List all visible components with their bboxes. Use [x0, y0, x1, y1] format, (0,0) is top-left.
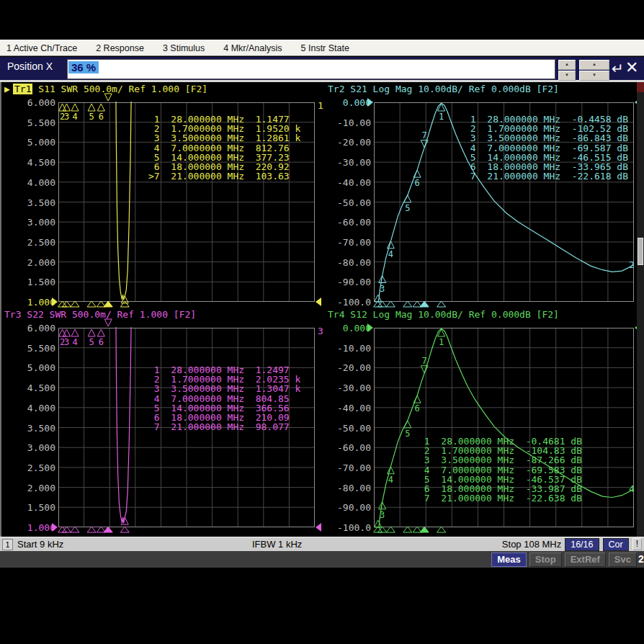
marker-triangle-icon: [97, 104, 104, 111]
marker-stimulus-indicator-icon: [437, 301, 446, 307]
y-axis-tick-label: -90.00: [321, 277, 371, 287]
marker-triangle-icon: [63, 104, 71, 111]
marker-triangle-icon: [71, 104, 79, 111]
y-axis-tick-label: 2.500: [5, 462, 55, 473]
marker-stimulus-indicator-icon: [87, 301, 96, 307]
trace4-title[interactable]: Tr4 S12 Log Mag 10.00dB/ Ref 0.000dB [F2…: [328, 309, 559, 320]
marker-triangle-icon: [413, 395, 421, 403]
y-axis-tick-label: 6.000: [5, 323, 55, 334]
step-down-small-button[interactable]: ▼: [558, 71, 576, 81]
step-up-small-button[interactable]: ▲: [558, 60, 576, 70]
y-axis-tick-label: 2.000: [5, 257, 55, 268]
y-axis-tick-label: 1.000: [5, 522, 55, 533]
marker-stimulus-indicator-icon: [97, 301, 105, 307]
marker-stimulus-indicator-icon: [120, 527, 129, 532]
step-up-large-button[interactable]: ▲: [579, 60, 609, 70]
marker-number-label: 4: [72, 112, 77, 122]
y-axis-tick-label: 0.000: [321, 323, 371, 334]
marker-table-tr1: 1 28.000000 MHz 1.1477 2 1.7000000 MHz 1…: [148, 115, 300, 181]
y-axis-tick-label: -10.00: [321, 343, 371, 354]
marker-table-tr4: 1 28.000000 MHz -0.4681 dB 2 1.7000000 M…: [419, 437, 582, 503]
system-bar: Meas Stop ExtRef Svc 2: [0, 551, 644, 568]
marker-stimulus-indicator-icon: [374, 301, 383, 307]
menu-mkr-analysis[interactable]: 4 Mkr/Analysis: [223, 43, 282, 53]
marker-triangle-icon: [121, 517, 128, 524]
y-axis-tick-label: -80.00: [321, 257, 371, 268]
marker-triangle-icon: [88, 329, 95, 336]
marker-triangle-icon: [421, 140, 428, 148]
marker-readout-row: 7 21.000000 MHz -22.618 dB: [465, 171, 628, 181]
marker-readout-row: 3 3.5000000 MHz -86.843 dB: [465, 133, 628, 143]
menu-response[interactable]: 2 Response: [96, 43, 144, 53]
marker-number-label: 6: [99, 337, 104, 347]
position-x-input[interactable]: 36 %: [67, 59, 555, 79]
marker-triangle-icon: [379, 276, 386, 283]
marker-stimulus-indicator-icon: [386, 301, 395, 307]
y-axis-tick-label: 2.000: [5, 483, 55, 493]
marker-stimulus-indicator-icon: [71, 527, 79, 532]
marker-stimulus-indicator-icon: [104, 301, 112, 307]
alert-indicator[interactable]: !: [632, 538, 642, 550]
y-axis-tick-label: 5.000: [5, 362, 55, 373]
y-axis-tick-label: 5.500: [5, 117, 55, 128]
marker-number-label: 3: [64, 337, 69, 347]
trace3-title[interactable]: Tr3 S22 SWR 500.0m/ Ref 1.000 [F2]: [4, 309, 196, 320]
start-frequency: Start 9 kHz: [17, 539, 63, 550]
marker-number-label: 1: [439, 112, 444, 122]
meas-indicator: Meas: [491, 553, 527, 567]
trace-end-number: 2: [629, 259, 635, 270]
y-axis-tick-label: -30.00: [321, 157, 371, 168]
marker-number-label: 6: [415, 178, 420, 188]
marker-triangle-icon: [59, 329, 66, 336]
y-axis-tick-label: 4.000: [5, 403, 55, 413]
menu-stimulus[interactable]: 3 Stimulus: [163, 43, 205, 53]
marker-triangle-icon: [413, 170, 421, 177]
marker-number-label: 2: [60, 337, 65, 347]
y-axis-tick-label: 1.500: [5, 502, 55, 513]
y-axis-tick-label: 3.000: [5, 442, 55, 453]
y-axis-tick-label: -30.00: [321, 383, 371, 393]
trace3-name: Tr3: [4, 309, 21, 320]
y-axis-tick-label: 1.000: [5, 297, 55, 308]
marker-stimulus-indicator-icon: [63, 301, 71, 307]
y-axis-tick-label: -100.0: [321, 522, 371, 533]
marker-triangle-icon: [421, 366, 428, 373]
marker-triangle-icon: [404, 195, 411, 202]
marker-number-label: 4: [72, 337, 77, 347]
y-axis-tick-label: 3.500: [5, 197, 55, 208]
marker-stimulus-indicator-icon: [120, 301, 129, 307]
marker-stimulus-indicator-icon: [97, 527, 105, 532]
marker-number-label: 4: [388, 475, 393, 485]
marker-table-tr2: 1 28.000000 MHz -0.4458 dB 2 1.7000000 M…: [465, 115, 628, 181]
edge-tab-label: 2: [638, 553, 644, 565]
marker-triangle-icon: [387, 241, 394, 249]
marker-triangle-icon: [88, 104, 95, 111]
enter-icon[interactable]: ↵: [612, 59, 624, 78]
y-axis-tick-label: -70.00: [321, 237, 371, 248]
y-axis-tick-label: 5.000: [5, 137, 55, 148]
menu-instr-state[interactable]: 5 Instr State: [301, 43, 349, 53]
y-axis-tick-label: -60.00: [321, 217, 371, 228]
trace1-title[interactable]: ▶Tr1 S11 SWR 500.0m/ Ref 1.000 [F2]: [4, 84, 207, 94]
y-axis-tick-label: -70.00: [321, 462, 371, 473]
marker-readout-row: 4 7.0000000 MHz 812.76: [148, 143, 300, 153]
y-axis-tick-label: -10.00: [321, 117, 371, 128]
trace2-title[interactable]: Tr2 S21 Log Mag 10.00dB/ Ref 0.000dB [F2…: [328, 84, 559, 94]
trace2-name: Tr2: [328, 84, 344, 94]
marker-number-label: 1: [439, 337, 444, 347]
scrollbar-top-marker: [637, 82, 644, 92]
trace-curve-tr3: [116, 304, 132, 524]
correction-indicator: Cor: [603, 538, 629, 551]
y-axis-tick-label: 2.500: [5, 237, 55, 248]
marker-triangle-icon: [71, 329, 79, 336]
scrollbar-thumb[interactable]: [638, 238, 643, 265]
close-icon[interactable]: ✕: [625, 58, 638, 78]
y-axis-tick-label: 0.000: [321, 97, 371, 108]
marker-readout-row: >7 21.000000 MHz 103.63: [148, 171, 300, 181]
step-down-large-button[interactable]: ▼: [579, 71, 609, 81]
menu-active-ch-trace[interactable]: 1 Active Ch/Trace: [6, 43, 77, 53]
y-axis-tick-label: 4.500: [5, 157, 55, 168]
extref-indicator: ExtRef: [565, 553, 606, 567]
y-axis-tick-label: 4.500: [5, 383, 55, 393]
marker-stimulus-indicator-icon: [87, 527, 96, 532]
